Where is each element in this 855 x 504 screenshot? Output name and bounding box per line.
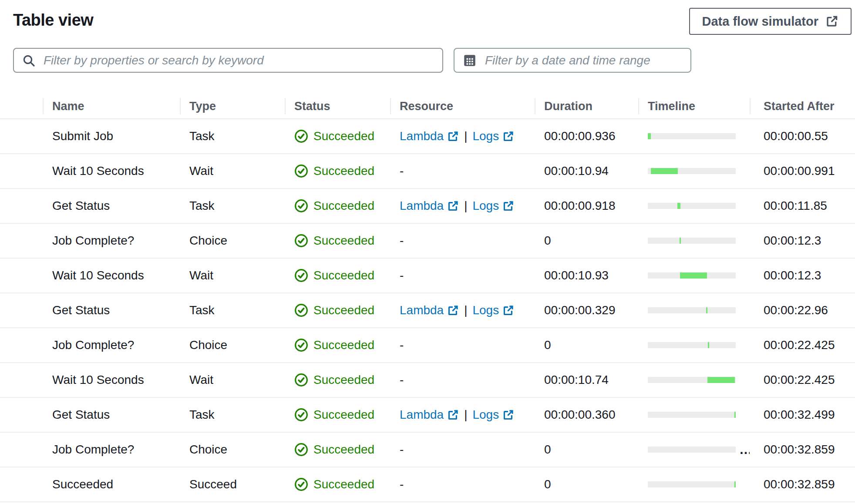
resource-links: Lambda | Logs xyxy=(400,129,514,143)
step-type: Task xyxy=(189,129,215,143)
lambda-link[interactable]: Lambda xyxy=(400,129,459,143)
date-range-filter[interactable] xyxy=(454,48,691,73)
timeline-ellipsis: … xyxy=(739,447,750,453)
step-name: Job Complete? xyxy=(52,234,134,248)
status-label: Succeeded xyxy=(313,129,374,143)
timeline-track xyxy=(648,168,736,174)
step-duration: 0 xyxy=(544,477,551,491)
succeeded-check-icon xyxy=(294,234,308,248)
succeeded-check-icon xyxy=(294,443,308,457)
timeline-fill xyxy=(648,133,651,139)
column-header-duration: Duration xyxy=(535,94,638,118)
external-link-icon xyxy=(447,305,459,316)
step-duration: 00:00:00.936 xyxy=(544,129,616,143)
logs-link[interactable]: Logs xyxy=(472,129,514,143)
timeline-fill xyxy=(680,272,707,279)
logs-link[interactable]: Logs xyxy=(472,408,514,422)
succeeded-check-icon xyxy=(294,408,308,422)
resource-empty: - xyxy=(400,269,404,282)
step-type: Task xyxy=(189,408,215,422)
status-cell: Succeeded xyxy=(285,259,390,292)
step-started-after: 00:00:00.55 xyxy=(764,129,828,143)
step-type: Task xyxy=(189,303,215,317)
timeline-cell xyxy=(638,293,750,327)
lambda-link[interactable]: Lambda xyxy=(400,303,459,317)
step-type: Choice xyxy=(189,443,227,457)
status-label: Succeeded xyxy=(313,477,374,491)
succeeded-check-icon xyxy=(294,373,308,387)
date-range-filter-input[interactable] xyxy=(485,54,683,67)
status-label: Succeeded xyxy=(313,164,374,178)
timeline-track xyxy=(648,481,736,487)
succeeded-check-icon xyxy=(294,129,308,143)
column-header-resource: Resource xyxy=(390,94,535,118)
timeline-cell xyxy=(638,398,750,432)
status-cell: Succeeded xyxy=(285,154,390,188)
timeline-track xyxy=(648,377,736,383)
status-cell: Succeeded xyxy=(285,363,390,397)
lambda-link[interactable]: Lambda xyxy=(400,408,459,422)
status-cell: Succeeded xyxy=(285,398,390,432)
table-row: Submit Job Task Succeeded Lambda | xyxy=(0,119,855,154)
lambda-link[interactable]: Lambda xyxy=(400,199,459,213)
property-filter[interactable] xyxy=(13,48,443,73)
status-label: Succeeded xyxy=(313,373,374,387)
selection-cell xyxy=(0,119,43,153)
resource-cell: Lambda | Logs xyxy=(390,398,535,432)
column-header-timeline: Timeline xyxy=(638,94,750,118)
timeline-cell xyxy=(638,363,750,397)
external-link-icon xyxy=(825,15,838,28)
selection-cell xyxy=(0,189,43,223)
logs-link[interactable]: Logs xyxy=(472,303,514,317)
resource-cell: Lambda | Logs xyxy=(390,293,535,327)
timeline-cell xyxy=(638,154,750,188)
logs-link[interactable]: Logs xyxy=(472,199,514,213)
status-label: Succeeded xyxy=(313,234,374,248)
succeeded-check-icon xyxy=(294,164,308,178)
table-row: Job Complete? Choice Succeeded - 0 … 00:… xyxy=(0,433,855,467)
status-cell: Succeeded xyxy=(285,119,390,153)
step-type: Choice xyxy=(189,338,227,352)
step-type: Wait xyxy=(189,373,213,387)
status-label: Succeeded xyxy=(313,443,374,457)
step-type: Wait xyxy=(189,164,213,178)
step-duration: 00:00:00.918 xyxy=(544,199,616,213)
step-started-after: 00:00:22.425 xyxy=(764,373,835,387)
resource-empty: - xyxy=(400,477,404,491)
external-link-icon xyxy=(502,409,514,421)
lambda-link-label: Lambda xyxy=(400,199,444,213)
timeline-fill xyxy=(734,412,736,418)
step-started-after: 00:00:12.3 xyxy=(764,234,821,248)
step-started-after: 00:00:12.3 xyxy=(764,269,821,282)
status-cell: Succeeded xyxy=(285,224,390,258)
table-view-page: Table view Data flow simulator xyxy=(0,0,855,504)
step-type: Succeed xyxy=(189,477,237,491)
filter-bar xyxy=(0,48,855,73)
logs-link-label: Logs xyxy=(472,129,499,143)
status-label: Succeeded xyxy=(313,338,374,352)
property-filter-input[interactable] xyxy=(44,54,434,67)
selection-cell xyxy=(0,293,43,327)
table-row: Wait 10 Seconds Wait Succeeded - 00:00:1… xyxy=(0,363,855,398)
timeline-cell xyxy=(638,119,750,153)
step-started-after: 00:00:32.859 xyxy=(764,443,835,457)
selection-cell xyxy=(0,467,43,501)
status-cell: Succeeded xyxy=(285,328,390,362)
search-icon xyxy=(22,54,36,67)
succeeded-check-icon xyxy=(294,477,308,491)
step-started-after: 00:00:22.96 xyxy=(764,303,828,317)
table-row: Get Status Task Succeeded Lambda | xyxy=(0,293,855,328)
external-link-icon xyxy=(447,409,459,421)
data-flow-simulator-button[interactable]: Data flow simulator xyxy=(689,8,852,35)
timeline-track xyxy=(648,272,736,279)
step-name: Wait 10 Seconds xyxy=(52,269,144,282)
resource-empty: - xyxy=(400,373,404,387)
status-cell: Succeeded xyxy=(285,293,390,327)
timeline-cell xyxy=(638,259,750,292)
step-duration: 0 xyxy=(544,443,551,457)
table-row: Job Complete? Choice Succeeded - 0 00:00… xyxy=(0,224,855,259)
resource-cell: Lambda | Logs xyxy=(390,119,535,153)
column-header-name: Name xyxy=(43,94,180,118)
resource-cell: - xyxy=(390,328,535,362)
status-label: Succeeded xyxy=(313,199,374,213)
